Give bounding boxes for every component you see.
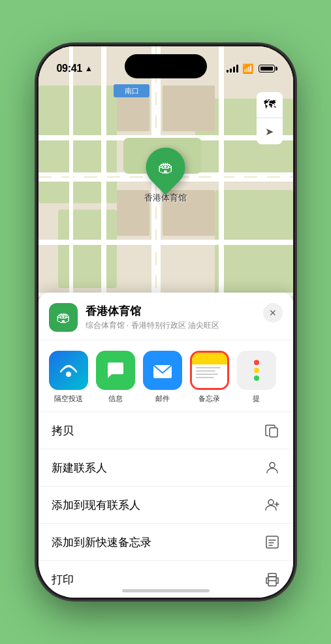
action-add-contact[interactable]: 添加到现有联系人 [39, 487, 293, 524]
messages-icon [96, 351, 135, 390]
mail-icon [143, 351, 182, 390]
place-info: 香港体育馆 综合体育馆 · 香港特别行政区 油尖旺区 [86, 304, 283, 331]
place-icon: 🏟 [49, 303, 78, 332]
notes-icon [190, 351, 229, 390]
copy-icon [264, 423, 280, 438]
action-list: 拷贝 新建联系人 添加到现有联系人 [39, 412, 293, 598]
map-type-button[interactable]: 🗺 [257, 92, 283, 118]
share-item-notes[interactable]: 备忘录 [190, 351, 229, 404]
place-subtitle: 综合体育馆 · 香港特别行政区 油尖旺区 [86, 320, 283, 331]
place-header: 🏟 香港体育馆 综合体育馆 · 香港特别行政区 油尖旺区 ✕ [39, 293, 293, 340]
action-quick-note[interactable]: 添加到新快速备忘录 [39, 524, 293, 561]
share-item-more[interactable]: 提 [237, 351, 276, 404]
action-new-contact-label: 新建联系人 [52, 460, 107, 475]
svg-point-12 [66, 372, 71, 377]
location-arrow-icon: ▲ [85, 64, 93, 73]
action-add-contact-label: 添加到现有联系人 [52, 498, 140, 513]
bottom-sheet: 🏟 香港体育馆 综合体育馆 · 香港特别行政区 油尖旺区 ✕ 隔空投送 [39, 293, 293, 598]
location-button[interactable]: ➤ [257, 118, 283, 144]
action-copy[interactable]: 拷贝 [39, 412, 293, 449]
share-item-airdrop[interactable]: 隔空投送 [49, 351, 88, 404]
home-indicator [122, 589, 210, 592]
share-item-mail[interactable]: 邮件 [143, 351, 182, 404]
place-icon-symbol: 🏟 [56, 309, 71, 326]
svg-rect-19 [266, 536, 278, 548]
share-item-messages[interactable]: 信息 [96, 351, 135, 404]
note-icon [264, 534, 280, 550]
svg-rect-23 [268, 581, 276, 586]
svg-point-16 [268, 500, 274, 505]
pin-circle: 🏟 [138, 140, 193, 195]
svg-text:南口: 南口 [125, 87, 139, 95]
mail-label: 邮件 [155, 394, 170, 404]
action-new-contact[interactable]: 新建联系人 [39, 449, 293, 487]
close-button[interactable]: ✕ [263, 303, 283, 323]
action-print-label: 打印 [52, 572, 74, 587]
phone-frame: 09:41 ▲ 📶 [39, 46, 293, 598]
airdrop-label: 隔空投送 [54, 394, 83, 404]
notes-label: 备忘录 [198, 394, 220, 404]
more-icon [237, 351, 276, 390]
airdrop-icon [49, 351, 88, 390]
printer-icon [264, 572, 280, 587]
map-controls: 🗺 ➤ [257, 92, 283, 144]
dynamic-island [125, 54, 207, 78]
more-label: 提 [253, 394, 260, 404]
person-icon [264, 460, 280, 475]
share-row: 隔空投送 信息 邮件 [39, 340, 293, 412]
status-time: 09:41 [57, 63, 82, 74]
status-icons: 📶 [227, 63, 275, 74]
action-copy-label: 拷贝 [52, 423, 74, 438]
location-pin: 🏟 香港体育馆 [144, 148, 187, 204]
svg-rect-2 [58, 210, 117, 288]
svg-point-15 [270, 462, 275, 468]
svg-rect-24 [268, 573, 276, 577]
signal-bars-icon [227, 65, 238, 72]
person-add-icon [264, 497, 280, 513]
battery-icon [259, 65, 275, 72]
svg-rect-6 [163, 86, 215, 131]
action-quick-note-label: 添加到新快速备忘录 [52, 535, 151, 550]
messages-label: 信息 [108, 394, 123, 404]
place-name: 香港体育馆 [86, 304, 283, 319]
pin-icon: 🏟 [158, 158, 174, 176]
svg-rect-14 [270, 428, 277, 437]
wifi-icon: 📶 [242, 63, 253, 74]
